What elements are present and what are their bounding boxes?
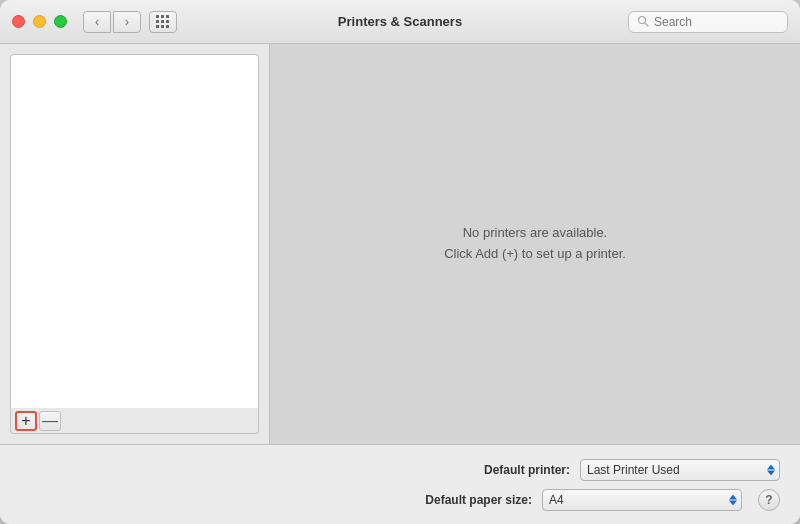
traffic-lights [12,15,67,28]
list-toolbar: + — [10,408,259,434]
left-panel: + — [0,44,270,444]
no-printers-line1: No printers are available. [444,223,626,244]
no-printers-line2: Click Add (+) to set up a printer. [444,244,626,265]
minimize-button[interactable] [33,15,46,28]
default-printer-row: Default printer: Last Printer Used None [20,459,780,481]
printer-list [10,54,259,408]
default-printer-select[interactable]: Last Printer Used None [580,459,780,481]
titlebar: ‹ › Printers & Scanners [0,0,800,44]
svg-line-1 [645,22,648,25]
default-printer-select-wrapper: Last Printer Used None [580,459,780,481]
system-preferences-window: ‹ › Printers & Scanners [0,0,800,524]
default-paper-select[interactable]: A4 Letter Legal A3 A5 [542,489,742,511]
main-content: + — No printers are available. Click Add… [0,44,800,444]
default-printer-label: Default printer: [440,463,570,477]
remove-printer-button[interactable]: — [39,411,61,431]
no-printers-message: No printers are available. Click Add (+)… [444,223,626,265]
default-paper-select-wrapper: A4 Letter Legal A3 A5 [542,489,742,511]
right-panel: No printers are available. Click Add (+)… [270,44,800,444]
nav-buttons: ‹ › [83,11,141,33]
default-paper-label: Default paper size: [402,493,532,507]
forward-button[interactable]: › [113,11,141,33]
close-button[interactable] [12,15,25,28]
maximize-button[interactable] [54,15,67,28]
search-input[interactable] [654,15,779,29]
grid-view-button[interactable] [149,11,177,33]
back-button[interactable]: ‹ [83,11,111,33]
search-bar[interactable] [628,11,788,33]
add-printer-button[interactable]: + [15,411,37,431]
bottom-bar: Default printer: Last Printer Used None … [0,444,800,524]
help-button[interactable]: ? [758,489,780,511]
search-icon [637,15,649,29]
default-paper-row: Default paper size: A4 Letter Legal A3 A… [20,489,780,511]
grid-icon [156,15,170,29]
window-title: Printers & Scanners [338,14,462,29]
